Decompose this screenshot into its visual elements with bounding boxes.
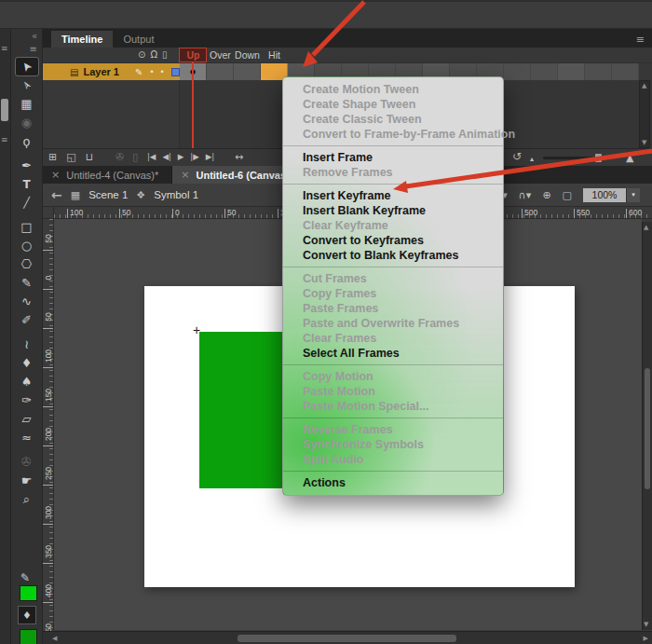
free-transform-tool[interactable]: ▦ [16,95,38,113]
fill-color-button[interactable]: ♦ [18,606,36,624]
scroll-left-icon[interactable]: ◀ [52,635,57,642]
text-tool[interactable]: T [16,175,38,193]
close-tab-icon[interactable]: × [181,169,189,181]
ink-bottle-tool[interactable]: ♠ [16,373,38,391]
layer-outline-color-swatch[interactable] [171,68,180,76]
scroll-down-icon[interactable]: ▼ [644,621,648,628]
eye-icon[interactable]: ⊙ [138,49,145,60]
scroll-up-icon[interactable]: ▲ [642,82,646,89]
ruler-label: 300 [44,502,53,523]
panel-tab-output[interactable]: Output [113,31,164,48]
zoom-dropdown-icon[interactable]: ▾ [626,188,640,202]
zoom-select[interactable]: 100% ▾ [583,188,640,202]
menu-item[interactable]: Insert Keyframe [283,188,503,203]
frame-cell[interactable] [207,63,234,80]
frame-cell[interactable] [234,63,261,80]
vertical-scroll-thumb[interactable] [645,368,650,489]
new-folder-button[interactable]: ◱ [66,149,75,165]
dock-handle[interactable] [1,99,8,121]
frame-label-down[interactable]: Down [234,49,261,61]
delete-layer-button[interactable]: ⊔ [86,149,94,165]
go-to-first-frame-button[interactable]: |◀ [147,149,156,165]
oval-tool[interactable]: ○ [16,237,38,254]
go-to-last-frame-button[interactable]: ▶| [206,149,214,165]
frame-label-over[interactable]: Over [207,49,234,61]
selection-tool[interactable]: ➤ [16,58,38,75]
frame-cell[interactable] [531,63,558,80]
eyedropper-tool[interactable]: ✑ [16,391,38,409]
timeline-zoom-in-icon[interactable]: ▲ [626,150,633,166]
eraser-tool[interactable]: ▱ [16,410,38,428]
frame-cell[interactable] [612,63,639,80]
rectangle-tool[interactable]: □ [16,218,38,236]
timeline-zoom-slider[interactable] [543,157,612,159]
width-tool[interactable]: ≈ [16,429,38,446]
timeline-panel-menu-icon[interactable]: ≡ [636,34,645,46]
layer-name-cell[interactable]: ▤ Layer 1 ✎ • • [43,63,180,80]
outline-icon[interactable]: ▯ [162,49,168,60]
menu-item: Paste Motion Special... [283,399,503,414]
close-tab-icon[interactable]: × [51,169,60,181]
panel-tab-timeline[interactable]: Timeline [51,31,113,48]
vertical-ruler[interactable]: 50050100150200250300350400450 [43,219,54,630]
collapse-panel-icon[interactable]: « [32,31,37,41]
symbol-breadcrumb[interactable]: Symbol 1 [154,189,198,200]
pencil-tool[interactable]: ✎ [16,274,38,292]
frame-cell[interactable] [585,63,612,80]
crosshair-icon[interactable]: ⊕ [542,189,550,201]
scroll-up-icon[interactable]: ▲ [644,224,648,231]
timeline-left-buttons: ⊞◱⊔ [48,149,93,165]
center-frame-icon[interactable]: ↔ [235,149,243,165]
timeline-vertical-scrollbar[interactable]: ▲ ▼ [639,80,650,148]
lock-icon[interactable]: Ω [150,49,157,60]
scroll-right-icon[interactable]: ▶ [644,635,648,642]
clip-content-icon[interactable]: ▢ [563,189,572,201]
scene-breadcrumb[interactable]: Scene 1 [88,189,128,200]
step-forward-button[interactable]: |▶ [190,149,198,165]
playhead-line[interactable] [192,62,194,148]
menu-item[interactable]: Insert Blank Keyframe [283,203,503,218]
hand-tool[interactable]: ☛ [16,472,38,489]
loop-playback-icon[interactable]: ↺ [512,149,522,165]
menu-item[interactable]: Convert to Keyframes [283,233,503,248]
dock-menu-icon[interactable]: ≡ [1,45,8,53]
subselection-tool[interactable]: ➢ [16,76,38,94]
layer-visibility-dot-icon[interactable]: • [150,67,153,76]
frame-label-hit[interactable]: Hit [261,49,288,61]
menu-item[interactable]: Convert to Blank Keyframes [283,248,503,263]
document-tab[interactable]: ×Untitled-4 (Canvas)* [43,166,172,184]
frame-label-up[interactable]: Up [180,49,207,61]
classic-brush-tool[interactable]: ✐ [16,311,38,329]
stage-horizontal-scrollbar[interactable]: ◀ ▶ [43,631,652,644]
line-tool[interactable]: ╱ [16,194,38,212]
magnet-snap-icon[interactable]: ∩▾ [519,189,532,201]
tools-panel-menu-icon[interactable]: ≡ [30,44,37,54]
play-button[interactable]: ▶ [178,149,184,165]
polystar-tool[interactable]: ⎔ [16,255,38,273]
timeline-zoom-slider-thumb[interactable] [595,154,602,162]
menu-item[interactable]: Actions [283,475,503,490]
frame-cell[interactable] [504,63,531,80]
step-back-button[interactable]: ◀| [162,149,170,165]
timeline-zoom-out-icon[interactable]: ▴ [530,151,534,166]
back-arrow-icon[interactable]: ← [51,187,62,202]
ruler-tick [43,328,53,329]
stroke-color-swatch[interactable] [20,585,37,601]
paint-brush-tool[interactable]: ∿ [16,293,38,310]
paint-bucket-tool[interactable]: ♦ [16,354,38,372]
bone-tool[interactable]: ≀ [16,336,38,353]
fill-color-swatch[interactable] [20,629,37,644]
dock-menu-icon[interactable]: ≡ [1,136,8,144]
new-layer-button[interactable]: ⊞ [48,149,57,165]
frame-cell[interactable] [558,63,585,80]
zoom-tool[interactable]: ⌕ [16,490,38,508]
layer-lock-dot-icon[interactable]: • [161,67,164,76]
menu-item[interactable]: Select All Frames [283,346,503,361]
lasso-tool[interactable]: ϙ [16,132,38,150]
stage-vertical-scrollbar[interactable]: ▲ ▼ [642,222,652,630]
scroll-down-icon[interactable]: ▼ [642,139,646,146]
timeline-frame-header[interactable]: ⊙ Ω ▯ UpOverDownHit [43,48,652,63]
menu-item[interactable]: Insert Frame [283,150,503,165]
pen-tool[interactable]: ✒ [16,157,38,174]
horizontal-scroll-thumb[interactable] [238,635,456,642]
